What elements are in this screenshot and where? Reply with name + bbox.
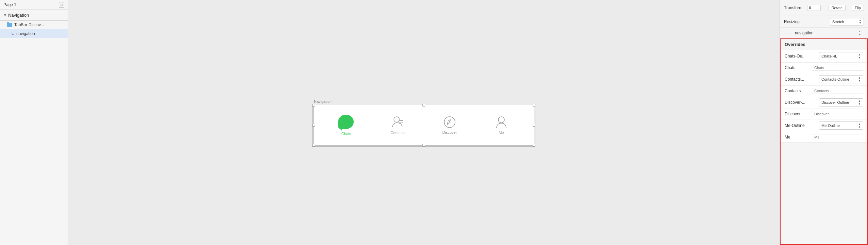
handle-mid-left[interactable]: [312, 124, 315, 127]
override-value-discover-icon: Discover-Outline: [821, 100, 849, 104]
override-key-me-icon: Me-Outline: [785, 123, 812, 128]
override-select-discover-icon[interactable]: Discover-Outline ▲▼: [819, 98, 863, 107]
handle-top-right[interactable]: [533, 104, 535, 107]
symbol-divider: [784, 33, 792, 33]
handle-bottom-mid[interactable]: [422, 144, 425, 147]
override-row-discover-text: Discover: [781, 109, 867, 119]
folder-label: TabBar-Discov...: [14, 22, 44, 27]
override-arrow-discover-icon: ▲▼: [858, 99, 861, 105]
override-row-contacts-text: Contacts: [781, 86, 867, 96]
flip-button[interactable]: Flip: [852, 5, 864, 11]
svg-point-7: [498, 117, 504, 123]
chats-icon: [338, 115, 354, 130]
handle-mid-right[interactable]: [533, 124, 535, 127]
collapse-arrow-icon: ▼: [3, 13, 7, 17]
tab-discover[interactable]: Discover: [424, 116, 475, 134]
override-value-me-icon: Me-Outline: [821, 124, 840, 128]
override-input-discover-text[interactable]: [812, 111, 863, 117]
chats-label: Chats: [341, 132, 351, 136]
override-input-contacts-text[interactable]: [812, 88, 863, 94]
me-label: Me: [499, 131, 504, 135]
override-arrow-me-icon: ▲▼: [858, 122, 861, 129]
override-row-me-text: Me: [781, 132, 867, 143]
folder-icon: [7, 23, 12, 27]
override-value-chats-icon: Chats-HL: [821, 54, 837, 58]
override-key-chats-icon: Chats-Ou...: [785, 54, 812, 59]
contacts-icon: [392, 116, 404, 129]
chat-bubble-icon: [338, 115, 354, 129]
discover-label: Discover: [443, 130, 457, 134]
nav-symbol-select[interactable]: navigation ▲▼: [795, 30, 861, 36]
overrides-header: Overrides: [781, 39, 867, 50]
override-arrow-contacts-icon: ▲▼: [858, 76, 861, 82]
override-input-me-text[interactable]: [812, 134, 863, 140]
override-row-contacts-icon: Contacts... Contacts-Outline ▲▼: [781, 73, 867, 86]
discover-icon: [444, 116, 456, 128]
page-title: Page 1: [3, 2, 16, 7]
tab-contacts[interactable]: Contacts: [372, 116, 424, 135]
handle-top-left[interactable]: [312, 104, 315, 107]
resizing-row: Resizing Stretch ▲▼: [780, 16, 868, 28]
rotate-flip-row: Transform Rotate Flip: [784, 3, 864, 13]
handle-top-mid[interactable]: [422, 104, 425, 107]
handle-bottom-left[interactable]: [312, 144, 315, 147]
nav-item-label: navigation: [16, 31, 35, 36]
me-icon: [496, 116, 507, 129]
override-row-chats-text: Chats: [781, 63, 867, 73]
nav-symbol-item[interactable]: ∿ navigation: [0, 29, 68, 38]
resizing-value: Stretch: [832, 20, 844, 24]
symbol-icon: ∿: [10, 31, 14, 36]
resizing-select[interactable]: Stretch ▲▼: [830, 18, 864, 26]
resizing-label: Resizing: [784, 19, 808, 24]
nav-symbol-arrow-icon: ▲▼: [858, 30, 861, 36]
tab-chats[interactable]: Chats: [320, 115, 372, 136]
component-wrapper: Navigation Chats: [313, 99, 534, 146]
override-key-chats-text: Chats: [785, 65, 812, 70]
page-icon[interactable]: □: [59, 2, 64, 7]
override-select-contacts-icon[interactable]: Contacts-Outline ▲▼: [819, 75, 863, 83]
tab-me[interactable]: Me: [475, 116, 527, 135]
rotate-button[interactable]: Rotate: [829, 5, 846, 11]
resizing-arrow-icon: ▲▼: [859, 19, 862, 24]
handle-bottom-right[interactable]: [533, 144, 535, 147]
overrides-section: Overrides Chats-Ou... Chats-HL ▲▼ Chats …: [780, 38, 868, 245]
override-row-chats-icon: Chats-Ou... Chats-HL ▲▼: [781, 50, 867, 63]
override-input-chats-text[interactable]: [812, 65, 863, 71]
contacts-label: Contacts: [390, 131, 405, 135]
override-value-contacts-icon: Contacts-Outline: [821, 77, 849, 81]
svg-point-4: [444, 117, 455, 128]
component-label: Navigation: [313, 99, 534, 103]
override-arrow-chats-icon: ▲▼: [858, 53, 861, 59]
override-key-discover-icon: Discover-...: [785, 100, 812, 105]
transform-label: Transform: [784, 5, 802, 10]
main-canvas: Navigation Chats: [68, 0, 780, 245]
nav-section-label: Navigation: [8, 13, 29, 18]
right-panel: Transform Rotate Flip Resizing Stretch ▲…: [780, 0, 868, 245]
svg-point-0: [394, 117, 399, 122]
transform-section: Transform Rotate Flip: [780, 0, 868, 16]
transform-input[interactable]: [807, 5, 821, 11]
nav-section-header[interactable]: ▼ Navigation: [0, 10, 68, 21]
override-row-discover-icon: Discover-... Discover-Outline ▲▼: [781, 96, 867, 109]
navigation-component[interactable]: Chats Contacts D: [313, 105, 534, 146]
override-key-discover-text: Discover: [785, 112, 812, 116]
override-row-me-icon: Me-Outline Me-Outline ▲▼: [781, 119, 867, 132]
nav-symbol-row: navigation ▲▼: [780, 28, 868, 38]
override-key-contacts-icon: Contacts...: [785, 77, 812, 82]
override-select-chats-icon[interactable]: Chats-HL ▲▼: [819, 52, 863, 60]
folder-item[interactable]: TabBar-Discov...: [0, 21, 68, 29]
nav-symbol-name: navigation: [795, 31, 858, 35]
left-sidebar: Page 1 □ ▼ Navigation TabBar-Discov... ∿…: [0, 0, 68, 245]
override-select-me-icon[interactable]: Me-Outline ▲▼: [819, 121, 863, 130]
page-header: Page 1 □: [0, 0, 68, 10]
override-key-me-text: Me: [785, 135, 812, 140]
override-key-contacts-text: Contacts: [785, 88, 812, 93]
